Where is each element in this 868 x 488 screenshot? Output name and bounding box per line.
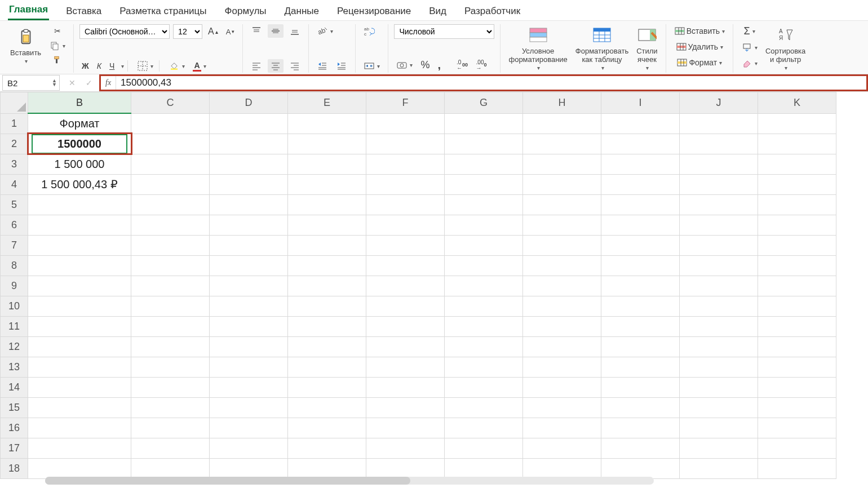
cell-G14[interactable] xyxy=(445,377,523,397)
cell-E2[interactable] xyxy=(288,134,366,154)
cell-K13[interactable] xyxy=(758,357,836,377)
cell-F4[interactable] xyxy=(366,174,445,194)
number-format-select[interactable]: Числовой xyxy=(394,24,494,39)
cell-E13[interactable] xyxy=(288,357,366,377)
namebox-spinner[interactable]: ▲▼ xyxy=(52,79,57,87)
cell-K5[interactable] xyxy=(758,194,836,215)
row-header-16[interactable]: 16 xyxy=(1,418,28,438)
cell-E17[interactable] xyxy=(288,438,366,458)
font-color-button[interactable]: А▾ xyxy=(191,60,208,73)
cell-H2[interactable] xyxy=(523,134,601,154)
cell-H3[interactable] xyxy=(523,154,601,174)
cell-J17[interactable] xyxy=(680,438,758,458)
cell-E9[interactable] xyxy=(288,276,366,296)
cell-D4[interactable] xyxy=(210,174,288,194)
cut-button[interactable]: ✂ xyxy=(47,24,68,38)
cell-I5[interactable] xyxy=(601,194,680,215)
cell-K8[interactable] xyxy=(758,255,836,276)
cell-G2[interactable] xyxy=(445,134,523,154)
fill-color-button[interactable]: ▾ xyxy=(166,59,187,73)
cell-K14[interactable] xyxy=(758,377,836,397)
increase-decimal-button[interactable]: .0←00 xyxy=(454,59,470,72)
cell-B2[interactable]: 1500000 xyxy=(28,134,131,154)
tab-developer[interactable]: Разработчик xyxy=(463,6,521,20)
tab-home[interactable]: Главная xyxy=(8,4,49,20)
col-header-K[interactable]: K xyxy=(758,92,836,114)
cell-I17[interactable] xyxy=(601,438,680,458)
cell-K7[interactable] xyxy=(758,235,836,255)
cell-C7[interactable] xyxy=(131,235,210,255)
cell-G4[interactable] xyxy=(445,174,523,194)
cell-F7[interactable] xyxy=(366,235,445,255)
row-header-9[interactable]: 9 xyxy=(1,276,28,296)
cell-D16[interactable] xyxy=(210,418,288,438)
cell-B14[interactable] xyxy=(28,377,131,397)
cell-J13[interactable] xyxy=(680,357,758,377)
borders-button[interactable]: ▾ xyxy=(135,59,156,73)
cell-G9[interactable] xyxy=(445,276,523,296)
cell-C6[interactable] xyxy=(131,215,210,235)
accounting-format-button[interactable]: ▾ xyxy=(394,59,415,72)
autosum-button[interactable]: Σ▾ xyxy=(739,24,760,38)
cell-B3[interactable]: 1 500 000 xyxy=(28,154,131,174)
cell-J12[interactable] xyxy=(680,336,758,357)
cell-E5[interactable] xyxy=(288,194,366,215)
cell-E1[interactable] xyxy=(288,113,366,134)
cell-K18[interactable] xyxy=(758,458,836,478)
cell-J8[interactable] xyxy=(680,255,758,276)
cell-B10[interactable] xyxy=(28,296,131,316)
cell-C9[interactable] xyxy=(131,276,210,296)
sort-filter-button[interactable]: АЯ Сортировка и фильтр▾ xyxy=(763,24,808,72)
cell-F18[interactable] xyxy=(366,458,445,478)
row-header-11[interactable]: 11 xyxy=(1,316,28,336)
cell-C2[interactable] xyxy=(131,134,210,154)
wrap-text-button[interactable]: abc xyxy=(361,24,377,38)
align-middle-button[interactable] xyxy=(268,24,284,38)
cell-E14[interactable] xyxy=(288,377,366,397)
cell-H11[interactable] xyxy=(523,316,601,336)
cell-I11[interactable] xyxy=(601,316,680,336)
cell-E8[interactable] xyxy=(288,255,366,276)
align-left-button[interactable] xyxy=(249,59,264,73)
cell-C1[interactable] xyxy=(131,113,210,134)
row-header-3[interactable]: 3 xyxy=(1,154,28,174)
cell-J4[interactable] xyxy=(680,174,758,194)
cell-G3[interactable] xyxy=(445,154,523,174)
format-as-table-button[interactable]: Форматировать как таблицу▾ xyxy=(573,24,631,72)
row-header-13[interactable]: 13 xyxy=(1,357,28,377)
cell-I18[interactable] xyxy=(601,458,680,478)
cell-C3[interactable] xyxy=(131,154,210,174)
cell-F14[interactable] xyxy=(366,377,445,397)
cell-E15[interactable] xyxy=(288,397,366,418)
tab-view[interactable]: Вид xyxy=(428,6,448,20)
cell-B11[interactable] xyxy=(28,316,131,336)
cell-K1[interactable] xyxy=(758,113,836,134)
cell-G1[interactable] xyxy=(445,113,523,134)
row-header-4[interactable]: 4 xyxy=(1,174,28,194)
format-painter-button[interactable] xyxy=(47,54,68,67)
cell-G15[interactable] xyxy=(445,397,523,418)
font-size-select[interactable]: 12 xyxy=(173,24,202,39)
cell-F11[interactable] xyxy=(366,316,445,336)
cell-G12[interactable] xyxy=(445,336,523,357)
cell-J6[interactable] xyxy=(680,215,758,235)
cell-D9[interactable] xyxy=(210,276,288,296)
col-header-D[interactable]: D xyxy=(210,92,288,114)
cell-J7[interactable] xyxy=(680,235,758,255)
align-bottom-button[interactable] xyxy=(287,24,303,38)
cell-E7[interactable] xyxy=(288,235,366,255)
cell-K6[interactable] xyxy=(758,215,836,235)
cell-C17[interactable] xyxy=(131,438,210,458)
cell-B4[interactable]: 1 500 000,43 ₽ xyxy=(28,174,131,194)
cell-E6[interactable] xyxy=(288,215,366,235)
orientation-button[interactable]: ab▾ xyxy=(315,24,335,38)
cell-J2[interactable] xyxy=(680,134,758,154)
cell-B13[interactable] xyxy=(28,357,131,377)
cell-F16[interactable] xyxy=(366,418,445,438)
cell-G11[interactable] xyxy=(445,316,523,336)
increase-indent-button[interactable] xyxy=(334,59,349,73)
cell-K17[interactable] xyxy=(758,438,836,458)
cell-G16[interactable] xyxy=(445,418,523,438)
cell-D12[interactable] xyxy=(210,336,288,357)
row-header-15[interactable]: 15 xyxy=(1,397,28,418)
